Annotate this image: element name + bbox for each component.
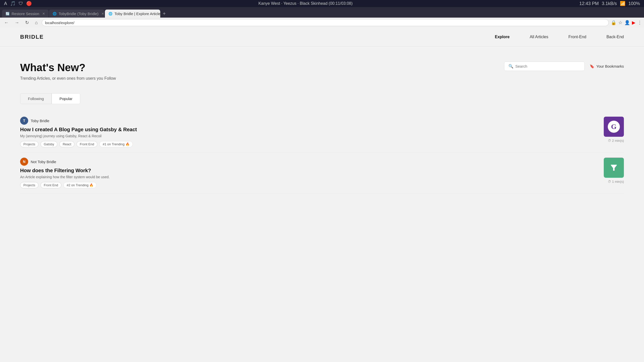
bookmark-star-icon[interactable]: ☆ xyxy=(618,20,622,25)
nav-all-articles[interactable]: All Articles xyxy=(530,35,548,39)
menu-icon[interactable]: ⋮ xyxy=(637,20,642,25)
os-icon-1: 🎵 xyxy=(10,1,16,6)
hero-subtitle: Trending Articles, or even ones from use… xyxy=(20,76,116,81)
tag[interactable]: React xyxy=(59,141,74,147)
nav-icons: 🔒 ☆ 👤 ▶ ⋮ xyxy=(611,20,642,25)
article-tags: Projects Front End #2 on Trending 🔥 xyxy=(20,182,594,188)
tag[interactable]: Projects xyxy=(20,182,38,188)
page-content: BRIDLE Explore All Articles Front-End Ba… xyxy=(0,28,644,362)
extensions-icon[interactable]: 🔒 xyxy=(611,20,616,25)
article-right: G ⏱ 2 min(s) xyxy=(604,117,624,143)
nav-bar: ← → ↻ ⌂ localhost/explore/ 🔒 ☆ 👤 ▶ ⋮ xyxy=(0,18,644,28)
address-url: localhost/explore/ xyxy=(45,21,74,25)
tag[interactable]: Front End xyxy=(76,141,97,147)
reload-button[interactable]: ↻ xyxy=(23,19,31,26)
os-bar: A 🎵 🛡 🔴 Kanye West · Yeezus · Black Skin… xyxy=(0,0,644,7)
site-header: BRIDLE Explore All Articles Front-End Ba… xyxy=(0,28,644,47)
article-desc: An Article explaining how the filter sys… xyxy=(20,175,594,179)
author-name: Toby Bridle xyxy=(31,119,49,123)
read-time: ⏱ 2 min(s) xyxy=(608,139,624,143)
article-card: T Toby Bridle How I created A Blog Page … xyxy=(20,112,624,153)
search-input[interactable] xyxy=(515,64,580,68)
profile-icon[interactable]: 👤 xyxy=(624,20,630,25)
new-tab-button[interactable]: + xyxy=(161,10,168,18)
read-time: ⏱ 1 min(s) xyxy=(608,180,624,184)
media-playing: Kanye West · Yeezus · Black Skinhead (00… xyxy=(258,1,352,6)
clock-icon: ⏱ xyxy=(608,139,611,143)
os-bar-right: 12:43 PM 3.1kB/s 📶 100% xyxy=(579,1,640,6)
youtube-icon[interactable]: ▶ xyxy=(632,20,635,25)
tab-label: Toby Bridle | Explore Articles xyxy=(114,12,160,16)
home-button[interactable]: ⌂ xyxy=(33,19,40,26)
article-author: N Not Toby Bridle xyxy=(20,158,594,166)
tab-restore-session[interactable]: 🔄 Restore Session ✕ xyxy=(2,10,49,18)
tab-following[interactable]: Following xyxy=(20,93,52,104)
tag[interactable]: Gatsby xyxy=(41,141,57,147)
author-name: Not Toby Bridle xyxy=(31,160,56,164)
tab-label: TobyBridle (Toby Bridle) xyxy=(59,12,98,16)
article-desc: My (annoying) journey using Gatsby, Reac… xyxy=(20,134,594,138)
article-thumbnail xyxy=(604,158,624,178)
site-logo: BRIDLE xyxy=(20,34,44,40)
tab-icon: 🌐 xyxy=(108,12,112,16)
avatar: N xyxy=(20,158,28,166)
address-bar[interactable]: localhost/explore/ xyxy=(42,19,609,26)
tag-trending[interactable]: #1 on Trending 🔥 xyxy=(99,141,133,147)
back-button[interactable]: ← xyxy=(2,19,11,26)
os-logo: A xyxy=(4,1,7,6)
hero-text: What's New? Trending Articles, or even o… xyxy=(20,62,116,81)
tab-explore-articles[interactable]: 🌐 Toby Bridle | Explore Articles ✕ xyxy=(105,10,160,18)
os-bar-left: A 🎵 🛡 🔴 xyxy=(4,1,32,6)
tag-trending[interactable]: #2 on Trending 🔥 xyxy=(63,182,97,188)
tab-icon: 🔄 xyxy=(6,12,10,16)
os-wifi-icon: 📶 xyxy=(620,1,625,6)
site-nav: Explore All Articles Front-End Back-End xyxy=(495,35,624,39)
article-left: N Not Toby Bridle How does the Filtering… xyxy=(20,158,594,188)
tag[interactable]: Projects xyxy=(20,141,38,147)
article-left: T Toby Bridle How I created A Blog Page … xyxy=(20,117,594,147)
hero-title: What's New? xyxy=(20,62,116,74)
tag[interactable]: Front End xyxy=(41,182,61,188)
read-time-value: 1 min(s) xyxy=(612,180,624,184)
hero-section: What's New? Trending Articles, or even o… xyxy=(0,47,644,88)
tab-toby-profile[interactable]: 🌐 TobyBridle (Toby Bridle) ✕ xyxy=(49,10,104,18)
avatar: T xyxy=(20,117,28,125)
articles-list: T Toby Bridle How I created A Blog Page … xyxy=(0,104,644,201)
article-author: T Toby Bridle xyxy=(20,117,594,125)
os-icon-3: 🔴 xyxy=(26,1,32,6)
tab-popular[interactable]: Popular xyxy=(52,93,80,104)
search-bar[interactable]: 🔍 xyxy=(504,62,585,71)
nav-frontend[interactable]: Front-End xyxy=(568,35,586,39)
os-icon-2: 🛡 xyxy=(19,1,23,6)
tab-close-icon[interactable]: ✕ xyxy=(42,12,45,16)
content-tabs: Following Popular xyxy=(0,93,644,104)
search-icon: 🔍 xyxy=(508,64,513,69)
tab-close-icon[interactable]: ✕ xyxy=(101,12,104,16)
article-card: N Not Toby Bridle How does the Filtering… xyxy=(20,153,624,194)
filter-icon xyxy=(609,163,618,172)
nav-explore[interactable]: Explore xyxy=(495,35,510,39)
browser-chrome: 🔄 Restore Session ✕ 🌐 TobyBridle (Toby B… xyxy=(0,7,644,18)
bookmarks-button[interactable]: 🔖 Your Bookmarks xyxy=(590,64,624,69)
os-battery: 100% xyxy=(628,1,640,6)
hero-actions: 🔍 🔖 Your Bookmarks xyxy=(504,62,624,71)
bookmarks-label: Your Bookmarks xyxy=(596,64,624,68)
article-title[interactable]: How I created A Blog Page using Gatsby &… xyxy=(20,127,594,132)
tab-bar: 🔄 Restore Session ✕ 🌐 TobyBridle (Toby B… xyxy=(2,9,642,18)
read-time-value: 2 min(s) xyxy=(612,139,624,143)
article-right: ⏱ 1 min(s) xyxy=(604,158,624,184)
nav-backend[interactable]: Back-End xyxy=(607,35,624,39)
bookmark-icon: 🔖 xyxy=(590,64,594,69)
gatsby-icon: G xyxy=(608,121,620,133)
article-title[interactable]: How does the Filtering Work? xyxy=(20,168,594,173)
article-thumbnail: G xyxy=(604,117,624,137)
tab-label: Restore Session xyxy=(12,12,39,16)
article-tags: Projects Gatsby React Front End #1 on Tr… xyxy=(20,141,594,147)
os-network: 3.1kB/s xyxy=(602,1,617,6)
tab-icon: 🌐 xyxy=(53,12,57,16)
clock-icon: ⏱ xyxy=(608,180,611,184)
os-time: 12:43 PM xyxy=(579,1,599,6)
forward-button[interactable]: → xyxy=(13,19,21,26)
